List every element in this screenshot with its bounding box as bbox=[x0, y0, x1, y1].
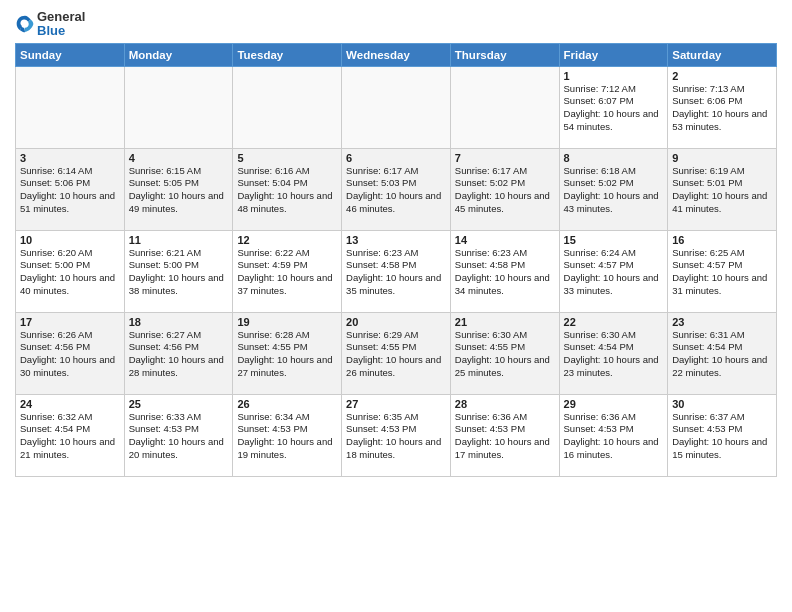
day-info: Sunrise: 6:19 AM bbox=[672, 165, 772, 178]
day-number: 18 bbox=[129, 316, 229, 328]
day-info: Sunrise: 6:31 AM bbox=[672, 329, 772, 342]
logo-text-blue: Blue bbox=[37, 24, 85, 38]
calendar-cell: 4Sunrise: 6:15 AMSunset: 5:05 PMDaylight… bbox=[124, 148, 233, 230]
calendar-cell: 5Sunrise: 6:16 AMSunset: 5:04 PMDaylight… bbox=[233, 148, 342, 230]
calendar-cell bbox=[342, 66, 451, 148]
day-number: 2 bbox=[672, 70, 772, 82]
day-info: Daylight: 10 hours and 20 minutes. bbox=[129, 436, 229, 462]
calendar-week-row: 3Sunrise: 6:14 AMSunset: 5:06 PMDaylight… bbox=[16, 148, 777, 230]
calendar-cell: 2Sunrise: 7:13 AMSunset: 6:06 PMDaylight… bbox=[668, 66, 777, 148]
calendar-cell: 22Sunrise: 6:30 AMSunset: 4:54 PMDayligh… bbox=[559, 312, 668, 394]
day-info: Sunrise: 6:24 AM bbox=[564, 247, 664, 260]
day-info: Daylight: 10 hours and 45 minutes. bbox=[455, 190, 555, 216]
day-info: Sunrise: 6:37 AM bbox=[672, 411, 772, 424]
day-info: Sunrise: 6:22 AM bbox=[237, 247, 337, 260]
day-info: Sunset: 5:00 PM bbox=[129, 259, 229, 272]
logo-icon bbox=[15, 14, 35, 34]
calendar-week-row: 1Sunrise: 7:12 AMSunset: 6:07 PMDaylight… bbox=[16, 66, 777, 148]
calendar-week-row: 10Sunrise: 6:20 AMSunset: 5:00 PMDayligh… bbox=[16, 230, 777, 312]
day-info: Sunrise: 6:26 AM bbox=[20, 329, 120, 342]
calendar-table: SundayMondayTuesdayWednesdayThursdayFrid… bbox=[15, 43, 777, 477]
calendar-cell: 9Sunrise: 6:19 AMSunset: 5:01 PMDaylight… bbox=[668, 148, 777, 230]
calendar-cell bbox=[124, 66, 233, 148]
day-info: Daylight: 10 hours and 48 minutes. bbox=[237, 190, 337, 216]
day-info: Sunrise: 6:20 AM bbox=[20, 247, 120, 260]
day-number: 28 bbox=[455, 398, 555, 410]
day-number: 11 bbox=[129, 234, 229, 246]
day-info: Sunrise: 6:30 AM bbox=[564, 329, 664, 342]
day-info: Daylight: 10 hours and 53 minutes. bbox=[672, 108, 772, 134]
calendar-cell: 19Sunrise: 6:28 AMSunset: 4:55 PMDayligh… bbox=[233, 312, 342, 394]
calendar-cell: 14Sunrise: 6:23 AMSunset: 4:58 PMDayligh… bbox=[450, 230, 559, 312]
day-number: 10 bbox=[20, 234, 120, 246]
day-info: Daylight: 10 hours and 31 minutes. bbox=[672, 272, 772, 298]
weekday-header-thursday: Thursday bbox=[450, 43, 559, 66]
day-info: Sunrise: 6:23 AM bbox=[455, 247, 555, 260]
day-info: Sunrise: 6:17 AM bbox=[346, 165, 446, 178]
day-number: 17 bbox=[20, 316, 120, 328]
day-number: 22 bbox=[564, 316, 664, 328]
day-info: Sunrise: 6:25 AM bbox=[672, 247, 772, 260]
day-info: Sunrise: 6:30 AM bbox=[455, 329, 555, 342]
day-info: Daylight: 10 hours and 17 minutes. bbox=[455, 436, 555, 462]
day-info: Sunrise: 6:15 AM bbox=[129, 165, 229, 178]
day-info: Daylight: 10 hours and 34 minutes. bbox=[455, 272, 555, 298]
day-info: Daylight: 10 hours and 22 minutes. bbox=[672, 354, 772, 380]
calendar-cell: 28Sunrise: 6:36 AMSunset: 4:53 PMDayligh… bbox=[450, 394, 559, 476]
day-number: 23 bbox=[672, 316, 772, 328]
calendar-cell bbox=[233, 66, 342, 148]
day-number: 20 bbox=[346, 316, 446, 328]
day-info: Sunrise: 7:13 AM bbox=[672, 83, 772, 96]
calendar-cell: 21Sunrise: 6:30 AMSunset: 4:55 PMDayligh… bbox=[450, 312, 559, 394]
day-info: Daylight: 10 hours and 43 minutes. bbox=[564, 190, 664, 216]
day-info: Sunset: 5:05 PM bbox=[129, 177, 229, 190]
day-info: Sunset: 6:06 PM bbox=[672, 95, 772, 108]
day-info: Sunset: 5:06 PM bbox=[20, 177, 120, 190]
day-info: Sunset: 6:07 PM bbox=[564, 95, 664, 108]
day-number: 5 bbox=[237, 152, 337, 164]
day-info: Sunset: 4:56 PM bbox=[20, 341, 120, 354]
day-number: 26 bbox=[237, 398, 337, 410]
day-number: 3 bbox=[20, 152, 120, 164]
day-info: Daylight: 10 hours and 37 minutes. bbox=[237, 272, 337, 298]
day-info: Sunset: 4:53 PM bbox=[455, 423, 555, 436]
day-info: Sunset: 4:55 PM bbox=[346, 341, 446, 354]
day-info: Daylight: 10 hours and 38 minutes. bbox=[129, 272, 229, 298]
day-info: Daylight: 10 hours and 54 minutes. bbox=[564, 108, 664, 134]
calendar-cell: 18Sunrise: 6:27 AMSunset: 4:56 PMDayligh… bbox=[124, 312, 233, 394]
day-info: Sunset: 4:58 PM bbox=[455, 259, 555, 272]
calendar-cell: 12Sunrise: 6:22 AMSunset: 4:59 PMDayligh… bbox=[233, 230, 342, 312]
weekday-header-saturday: Saturday bbox=[668, 43, 777, 66]
day-info: Sunset: 5:03 PM bbox=[346, 177, 446, 190]
day-info: Sunrise: 6:27 AM bbox=[129, 329, 229, 342]
day-info: Sunrise: 6:36 AM bbox=[455, 411, 555, 424]
day-info: Sunset: 4:53 PM bbox=[346, 423, 446, 436]
day-info: Sunset: 4:53 PM bbox=[237, 423, 337, 436]
day-info: Daylight: 10 hours and 16 minutes. bbox=[564, 436, 664, 462]
calendar-cell: 17Sunrise: 6:26 AMSunset: 4:56 PMDayligh… bbox=[16, 312, 125, 394]
calendar-cell: 7Sunrise: 6:17 AMSunset: 5:02 PMDaylight… bbox=[450, 148, 559, 230]
day-info: Daylight: 10 hours and 19 minutes. bbox=[237, 436, 337, 462]
day-info: Daylight: 10 hours and 26 minutes. bbox=[346, 354, 446, 380]
calendar-cell: 15Sunrise: 6:24 AMSunset: 4:57 PMDayligh… bbox=[559, 230, 668, 312]
calendar-cell: 8Sunrise: 6:18 AMSunset: 5:02 PMDaylight… bbox=[559, 148, 668, 230]
day-info: Daylight: 10 hours and 21 minutes. bbox=[20, 436, 120, 462]
logo-text-general: General bbox=[37, 10, 85, 24]
day-info: Sunset: 4:53 PM bbox=[564, 423, 664, 436]
day-info: Sunset: 4:55 PM bbox=[455, 341, 555, 354]
day-info: Daylight: 10 hours and 28 minutes. bbox=[129, 354, 229, 380]
day-info: Sunrise: 6:35 AM bbox=[346, 411, 446, 424]
day-info: Sunset: 4:53 PM bbox=[129, 423, 229, 436]
day-number: 24 bbox=[20, 398, 120, 410]
day-number: 19 bbox=[237, 316, 337, 328]
day-info: Sunrise: 6:33 AM bbox=[129, 411, 229, 424]
calendar-week-row: 17Sunrise: 6:26 AMSunset: 4:56 PMDayligh… bbox=[16, 312, 777, 394]
day-info: Sunrise: 6:34 AM bbox=[237, 411, 337, 424]
calendar-cell: 10Sunrise: 6:20 AMSunset: 5:00 PMDayligh… bbox=[16, 230, 125, 312]
day-info: Daylight: 10 hours and 15 minutes. bbox=[672, 436, 772, 462]
day-number: 29 bbox=[564, 398, 664, 410]
day-info: Daylight: 10 hours and 46 minutes. bbox=[346, 190, 446, 216]
day-info: Daylight: 10 hours and 25 minutes. bbox=[455, 354, 555, 380]
calendar-cell: 30Sunrise: 6:37 AMSunset: 4:53 PMDayligh… bbox=[668, 394, 777, 476]
day-number: 15 bbox=[564, 234, 664, 246]
